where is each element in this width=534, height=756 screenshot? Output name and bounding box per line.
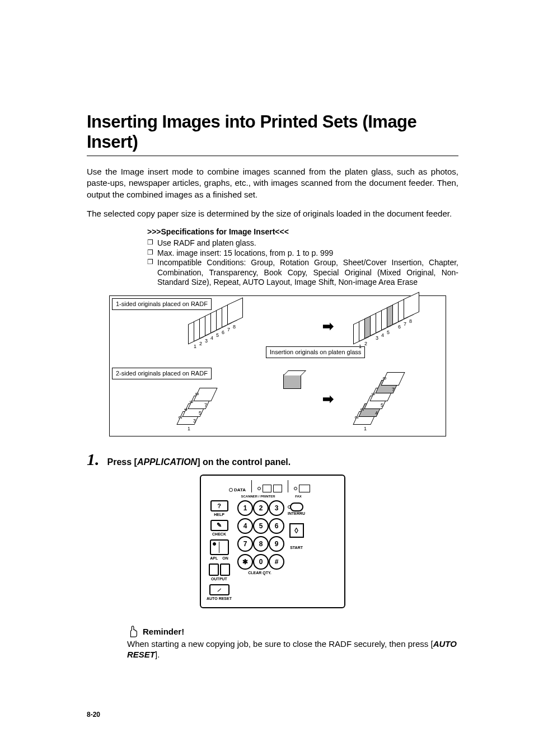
key-6[interactable]: 6 [269, 518, 284, 534]
key-9[interactable]: 9 [269, 536, 284, 552]
control-panel-illustration: DATA SCANNER / PRINTER FAX ? HELP ✎ [200, 475, 345, 608]
clear-qty-label: CLEAR QTY. [237, 571, 282, 575]
key-4[interactable]: 4 [237, 518, 253, 534]
fax-icon [299, 485, 310, 492]
step-number: 1. [87, 450, 100, 469]
title-rule [87, 156, 458, 156]
specifications-block: >>>Specifications for Image Insert<<< Us… [147, 227, 458, 288]
intro-paragraph-1: Use the Image insert mode to combine ima… [87, 166, 458, 200]
data-indicator-label: DATA [234, 487, 246, 492]
interrupt-button[interactable] [290, 503, 303, 511]
step-1: 1. Press [APPLICATION] on the control pa… [87, 450, 458, 469]
reminder-text: When starting a new copying job, be sure… [127, 638, 458, 660]
numeric-keypad: 1 2 3 4 5 6 7 8 9 ✱ 0 # [237, 500, 282, 570]
output-label: OUTPUT [211, 577, 227, 581]
key-1[interactable]: 1 [237, 500, 253, 516]
image-insert-diagram: 1-sided originals placed on RADF 2-sided… [109, 295, 446, 436]
key-3[interactable]: 3 [269, 500, 284, 516]
key-5[interactable]: 5 [253, 518, 269, 534]
key-7[interactable]: 7 [237, 536, 253, 552]
fax-label: FAX [287, 495, 310, 498]
apl-label: APL [210, 556, 218, 560]
reminder-hand-icon [127, 625, 139, 638]
label-insertion: Insertion originals on platen glass [266, 346, 365, 358]
scanner-icon [263, 485, 271, 492]
help-button[interactable]: ? [210, 500, 228, 511]
spec-heading: >>>Specifications for Image Insert<<< [147, 227, 458, 236]
page-title: Inserting Images into Printed Sets (Imag… [87, 112, 458, 152]
key-0[interactable]: 0 [253, 554, 269, 570]
output-buttons[interactable] [209, 564, 230, 576]
spec-item-2: Max. image insert: 15 locations, from p.… [147, 248, 458, 259]
label-1sided: 1-sided originals placed on RADF [112, 298, 212, 310]
key-hash[interactable]: # [269, 554, 284, 570]
intro-paragraph-2: The selected copy paper size is determin… [87, 208, 458, 219]
on-label: ON [222, 556, 228, 560]
interrupt-label: INTERRU [288, 511, 305, 515]
auto-reset-button[interactable]: ⟋ [209, 584, 229, 595]
stop-button[interactable]: ◊ [289, 523, 304, 538]
printer-icon [273, 485, 282, 492]
key-2[interactable]: 2 [253, 500, 269, 516]
step-text: Press [APPLICATION] on the control panel… [107, 457, 291, 467]
key-star[interactable]: ✱ [237, 554, 253, 570]
arrow-bottom: ➡ [322, 391, 334, 407]
reminder-heading: Reminder! [143, 626, 184, 637]
page-number: 8-20 [87, 711, 458, 719]
auto-reset-label: AUTO RESET [207, 597, 232, 600]
platen-glass-icon [283, 374, 301, 389]
check-button[interactable]: ✎ [210, 520, 228, 531]
application-rocker[interactable] [210, 539, 229, 555]
help-label: HELP [214, 513, 224, 516]
label-2sided: 2-sided originals placed on RADF [112, 368, 212, 379]
key-8[interactable]: 8 [253, 536, 269, 552]
scanner-printer-label: SCANNER / PRINTER [232, 495, 284, 498]
start-label: START [290, 546, 303, 550]
reminder-block: Reminder! When starting a new copying jo… [127, 625, 458, 660]
spec-item-3: Incompatible Conditions: Group, Rotation… [147, 258, 458, 288]
spec-item-1: Use RADF and platen glass. [147, 238, 458, 248]
arrow-top: ➡ [322, 318, 334, 334]
check-label: CHECK [212, 532, 226, 536]
